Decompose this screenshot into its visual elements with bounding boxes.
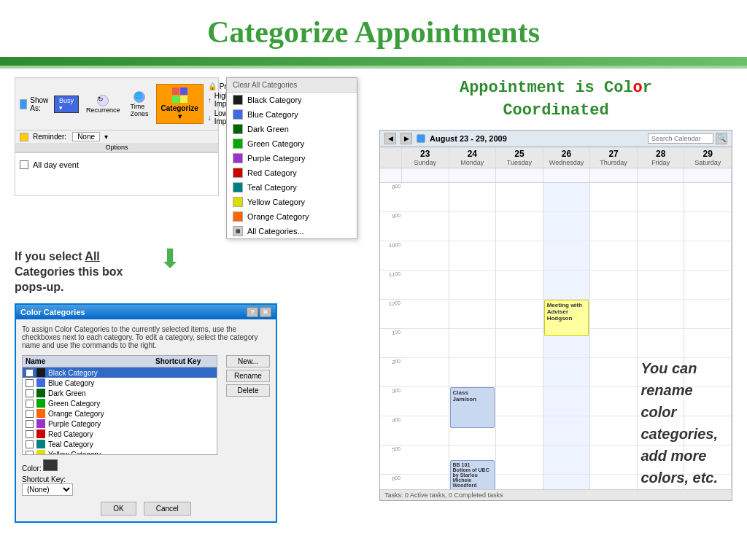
sun-5[interactable] (402, 446, 449, 475)
arrow-down-icon: ⬇ (159, 244, 181, 274)
cat-green (172, 96, 179, 103)
categorize-button[interactable]: Categorize▾ (156, 84, 204, 124)
color-selector[interactable] (43, 459, 58, 471)
delete-button[interactable]: Delete (226, 384, 270, 397)
cal-prev-button[interactable]: ◀ (384, 133, 396, 144)
dialog-x-button[interactable]: ✕ (260, 307, 271, 317)
dropdown-purple-category[interactable]: Purple Category (227, 151, 357, 166)
sun-11[interactable] (402, 271, 449, 300)
cal-col-monday[interactable]: ClassJamison BB 101Bottom of UBC by Star… (449, 183, 497, 489)
cal-col-thursday[interactable] (590, 183, 638, 489)
shortcut-section: Shortcut Key: (None) (22, 475, 217, 496)
sun-8[interactable] (402, 183, 449, 212)
meeting-event[interactable]: Meeting with AdviserHodgson (544, 300, 589, 336)
blue-cat-checkbox[interactable] (26, 379, 34, 387)
mon-9[interactable] (449, 212, 496, 241)
cal-search-button[interactable]: 🔍 (716, 133, 727, 144)
dropdown-dark-green[interactable]: Dark Green (227, 122, 357, 136)
dropdown-orange-category[interactable]: Orange Category (227, 209, 357, 224)
teal-cat-checkbox[interactable] (26, 440, 34, 448)
sun-1[interactable] (402, 329, 449, 358)
cal-col-tuesday[interactable] (496, 183, 543, 489)
outlook-body: All day event (15, 152, 219, 196)
day-col-29: 29 Saturday (684, 147, 732, 168)
calendar-icon (417, 134, 425, 143)
mon-2[interactable] (449, 358, 496, 387)
dialog-item-purple[interactable]: Purple Category (23, 419, 217, 429)
class-event[interactable]: ClassJamison (450, 387, 495, 428)
mon-10[interactable] (449, 241, 496, 271)
black-cat-checkbox[interactable]: ✓ (26, 369, 34, 377)
sun-6[interactable] (402, 475, 449, 489)
new-button[interactable]: New... (226, 355, 270, 368)
bb101-event[interactable]: BB 101Bottom of UBC by StarlouMichele Wo… (450, 460, 495, 489)
sun-3[interactable] (402, 387, 449, 416)
purple-cat-checkbox[interactable] (26, 420, 34, 428)
all-day-row: All day event (20, 158, 214, 172)
red-cat-checkbox[interactable] (26, 430, 34, 438)
dialog-item-black[interactable]: ✓ Black Category (23, 368, 217, 378)
sun-4[interactable] (402, 416, 449, 446)
time-zones-button[interactable]: 🌐 Time Zones (128, 90, 152, 119)
busy-dropdown[interactable]: Busy ▾ (54, 96, 79, 113)
dropdown-green-category[interactable]: Green Category (227, 136, 357, 151)
dropdown-teal-category[interactable]: Teal Category (227, 180, 357, 195)
cal-search-area: 🔍 (648, 133, 727, 144)
all-day-checkbox[interactable] (20, 160, 28, 169)
time-3: 300 (380, 387, 402, 416)
dialog-list[interactable]: ✓ Black Category Blue Category (22, 368, 217, 455)
mon-8[interactable] (449, 183, 496, 212)
dark-green-checkbox[interactable] (26, 389, 34, 397)
cancel-button[interactable]: Cancel (144, 502, 191, 516)
left-top-area: Show As: Busy ▾ ↻ Recurrence 🌐 Time Zone… (15, 77, 365, 239)
time-9: 900 (380, 212, 402, 241)
dropdown-all-categories[interactable]: ▦ All Categories... (227, 224, 357, 238)
cal-next-button[interactable]: ▶ (400, 133, 412, 144)
red-swatch (233, 168, 243, 178)
recurrence-button[interactable]: ↻ Recurrence (83, 93, 123, 115)
yellow-swatch (233, 197, 243, 207)
annotation-row: If you select AllCategories this boxpops… (15, 244, 365, 300)
shortcut-select[interactable]: (None) (22, 483, 73, 496)
sun-2[interactable] (402, 358, 449, 387)
mon-1[interactable] (449, 329, 496, 358)
annotation-right-text: You canrenamecolorcategories,add morecol… (640, 357, 718, 489)
reminder-dropdown[interactable]: None (72, 132, 100, 141)
cal-search-input[interactable] (648, 133, 713, 144)
orange-cat-checkbox[interactable] (26, 410, 34, 418)
cal-col-sunday[interactable] (402, 183, 449, 489)
categorize-grid-icon (172, 88, 187, 103)
dialog-item-red[interactable]: Red Category (23, 429, 217, 439)
time-11: 1100 (380, 271, 402, 300)
dialog-item-yellow[interactable]: Yellow Category (23, 449, 217, 455)
show-as-icon (20, 99, 27, 109)
dropdown-blue-category[interactable]: Blue Category (227, 107, 357, 122)
show-as-group: Show As: Busy ▾ (20, 96, 79, 113)
yellow-cat-checkbox[interactable] (26, 451, 34, 456)
sun-10[interactable] (402, 241, 449, 271)
dialog-item-green[interactable]: Green Category (23, 398, 217, 408)
recurrence-icon: ↻ (97, 95, 109, 106)
dropdown-black-category[interactable]: Black Category (227, 93, 357, 107)
mon-11[interactable] (449, 271, 496, 300)
time-5: 500 (380, 446, 402, 475)
ok-button[interactable]: OK (101, 502, 136, 516)
all-day-tue (496, 168, 543, 182)
sun-12[interactable] (402, 300, 449, 329)
day-col-28: 28 Friday (638, 147, 685, 168)
dialog-item-teal[interactable]: Teal Category (23, 439, 217, 449)
dialog-item-dark-green[interactable]: Dark Green (23, 388, 217, 398)
dialog-item-blue[interactable]: Blue Category (23, 378, 217, 388)
sun-9[interactable] (402, 212, 449, 241)
mon-12[interactable] (449, 300, 496, 329)
rename-button[interactable]: Rename (226, 370, 270, 382)
clear-all-label[interactable]: Clear All Categories (227, 78, 357, 93)
all-day-sun (402, 168, 449, 182)
dialog-item-orange[interactable]: Orange Category (23, 408, 217, 419)
dialog-help-button[interactable]: ? (247, 307, 258, 317)
dropdown-yellow-category[interactable]: Yellow Category (227, 195, 357, 209)
cal-col-wednesday[interactable]: Meeting with AdviserHodgson (543, 183, 591, 489)
cal-days-header: 23 Sunday 24 Monday 25 Tuesday 26 Wednes… (380, 147, 732, 168)
green-cat-checkbox[interactable] (26, 400, 34, 408)
dropdown-red-category[interactable]: Red Category (227, 166, 357, 180)
